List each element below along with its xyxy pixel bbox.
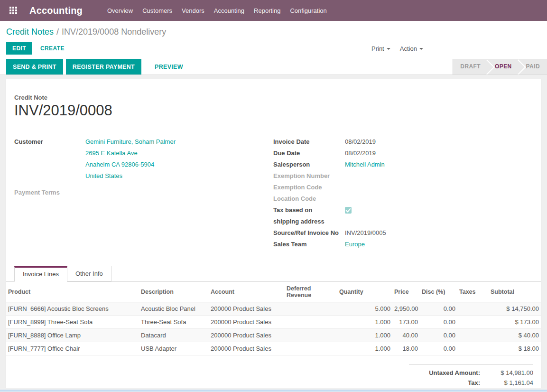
- tax-shipping-field: Tax based on shipping address: [273, 205, 533, 227]
- chevron-down-icon: [387, 48, 390, 50]
- col-price: Price: [392, 282, 420, 302]
- breadcrumb-current: INV/2019/0008 Nondelivery: [62, 27, 166, 37]
- edit-button[interactable]: EDIT: [6, 42, 32, 55]
- col-subtotal: Subtotal: [489, 282, 541, 302]
- status-pipeline: DRAFT OPEN PAID: [453, 59, 547, 75]
- tax-shipping-checkbox[interactable]: [345, 207, 352, 214]
- chevron-down-icon: [419, 48, 423, 50]
- salesperson-field: Salesperson Mitchell Admin: [273, 159, 533, 170]
- source-ref-value: INV/2019/0005: [345, 227, 533, 239]
- table-row[interactable]: [FURN_6666] Acoustic Bloc Screens Acoust…: [6, 302, 541, 316]
- invoice-lines-table: Product Description Account Deferred Rev…: [6, 282, 541, 355]
- state-draft[interactable]: DRAFT: [453, 59, 488, 75]
- apps-grid-icon[interactable]: [9, 7, 17, 14]
- menu-configuration[interactable]: Configuration: [285, 5, 331, 17]
- tab-invoice-lines[interactable]: Invoice Lines: [14, 266, 67, 282]
- exemption-code-field: Exemption Code: [273, 182, 533, 193]
- invoice-date-value: 08/02/2019: [345, 136, 533, 148]
- state-paid[interactable]: PAID: [519, 59, 547, 75]
- dropdown-group: Print Action: [371, 45, 423, 52]
- due-date-field: Due Date 08/02/2019: [273, 148, 533, 159]
- untaxed-amount-value: $ 14,981.00: [480, 369, 533, 376]
- tab-other-info[interactable]: Other Info: [67, 266, 111, 281]
- statusbar: SEND & PRINT REGISTER PAYMENT PREVIEW DR…: [0, 59, 547, 75]
- col-quantity: Quantity: [337, 282, 392, 302]
- col-disc: Disc (%): [420, 282, 457, 302]
- col-description: Description: [139, 282, 209, 302]
- salesperson-link[interactable]: Mitchell Admin: [345, 159, 533, 170]
- breadcrumb-separator: /: [56, 27, 59, 37]
- col-taxes: Taxes: [457, 282, 489, 302]
- send-and-print-button[interactable]: SEND & PRINT: [6, 59, 63, 75]
- breadcrumb: Credit Notes/INV/2019/0008 Nondelivery: [0, 21, 547, 39]
- menu-overview[interactable]: Overview: [102, 5, 138, 17]
- table-row[interactable]: [FURN_8999] Three-Seat Sofa Three-Seat S…: [6, 316, 541, 329]
- customer-street[interactable]: 2695 E Katella Ave: [85, 148, 273, 159]
- horizontal-scrollbar: [0, 388, 547, 392]
- location-code-field: Location Code: [273, 193, 533, 205]
- due-date-value: 08/02/2019: [345, 148, 533, 159]
- info-grid: Customer Gemini Furniture, Soham Palmer …: [14, 136, 533, 250]
- form-sheet: Credit Note INV/2019/0008 Customer Gemin…: [6, 79, 541, 392]
- source-ref-field: Source/Ref Invoice No INV/2019/0005: [273, 227, 533, 239]
- register-payment-button[interactable]: REGISTER PAYMENT: [66, 59, 141, 75]
- menu-reporting[interactable]: Reporting: [249, 5, 285, 17]
- sales-team-link[interactable]: Europe: [345, 239, 533, 250]
- create-button[interactable]: CREATE: [40, 45, 65, 52]
- untaxed-amount-row: Untaxed Amount: $ 14,981.00: [409, 368, 533, 378]
- document-type-label: Credit Note: [14, 94, 533, 101]
- table-header-row: Product Description Account Deferred Rev…: [6, 282, 541, 302]
- app-title[interactable]: Accounting: [29, 5, 83, 16]
- customer-label: Customer: [14, 136, 85, 148]
- table-row[interactable]: [FURN_8888] Office Lamp Datacard 200000 …: [6, 329, 541, 342]
- menu-customers[interactable]: Customers: [138, 5, 177, 17]
- payment-terms-field: Payment Terms: [14, 187, 273, 198]
- scrollbar-thumb[interactable]: [0, 390, 547, 392]
- menu-vendors[interactable]: Vendors: [177, 5, 209, 17]
- col-deferred-revenue: Deferred Revenue: [285, 282, 337, 302]
- breadcrumb-credit-notes[interactable]: Credit Notes: [6, 27, 54, 37]
- document-number: INV/2019/0008: [14, 102, 533, 119]
- main-menu: Overview Customers Vendors Accounting Re…: [102, 5, 332, 17]
- customer-city[interactable]: Anaheim CA 92806-5904: [85, 159, 273, 170]
- tax-row: Tax: $ 1,161.04: [409, 378, 533, 388]
- content-area: Credit Note INV/2019/0008 Customer Gemin…: [0, 75, 547, 391]
- customer-address: Gemini Furniture, Soham Palmer 2695 E Ka…: [85, 136, 273, 182]
- customer-name-link[interactable]: Gemini Furniture, Soham Palmer: [85, 136, 273, 148]
- top-navbar: Accounting Overview Customers Vendors Ac…: [0, 0, 547, 21]
- menu-accounting[interactable]: Accounting: [209, 5, 249, 17]
- exemption-number-field: Exemption Number: [273, 170, 533, 182]
- table-row[interactable]: [FURN_7777] Office Chair USB Adapter 200…: [6, 342, 541, 355]
- col-product: Product: [6, 282, 139, 302]
- customer-field: Customer Gemini Furniture, Soham Palmer …: [14, 136, 273, 182]
- notebook-tabs: Invoice Lines Other Info: [6, 266, 541, 282]
- action-row: EDIT CREATE Print Action: [0, 39, 547, 59]
- customer-country[interactable]: United States: [85, 170, 273, 182]
- col-account: Account: [209, 282, 285, 302]
- invoice-date-field: Invoice Date 08/02/2019: [273, 136, 533, 148]
- payment-terms-label: Payment Terms: [14, 187, 85, 198]
- tax-value: $ 1,161.04: [480, 379, 533, 386]
- state-open[interactable]: OPEN: [488, 59, 519, 75]
- action-dropdown[interactable]: Action: [400, 45, 423, 52]
- print-dropdown[interactable]: Print: [371, 45, 390, 52]
- sales-team-field: Sales Team Europe: [273, 239, 533, 250]
- preview-button[interactable]: PREVIEW: [148, 59, 190, 75]
